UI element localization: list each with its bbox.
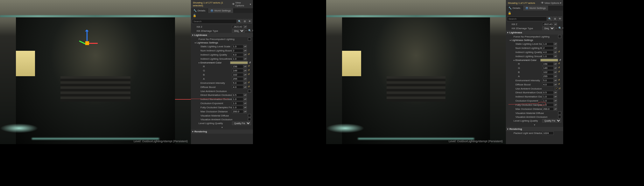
smooth-input[interactable] [232, 57, 243, 61]
killz-input[interactable] [232, 25, 243, 29]
viewport-left[interactable]: Level: OutdoorLightingAttempt (Persisten… [0, 0, 191, 144]
max-occ-input[interactable] [232, 110, 243, 113]
a-input[interactable] [542, 75, 554, 78]
search-icon[interactable]: 🔍 [548, 17, 552, 21]
search-input[interactable] [507, 17, 547, 21]
browse-icon[interactable]: ← [555, 27, 558, 30]
killz-label: Kill Z [193, 25, 232, 28]
annotation-line [175, 99, 191, 100]
reset-icon[interactable]: ↺ [249, 61, 251, 64]
env-color-header[interactable]: Environment Color↺ [506, 58, 563, 62]
wrench-icon: 🔧 [508, 7, 512, 10]
color-swatch[interactable] [540, 59, 558, 62]
rendering-section[interactable]: Rendering [191, 130, 253, 134]
dir-ao-input[interactable] [232, 93, 243, 97]
viz-mat-checkbox[interactable] [248, 114, 251, 117]
force-no-checkbox[interactable] [248, 37, 251, 41]
g-input[interactable] [542, 66, 554, 70]
lightmass-section[interactable]: Lightmass [191, 33, 253, 37]
viewport-right[interactable]: Level: OutdoorLightingAttempt (Persisten… [326, 0, 506, 144]
env-int-input[interactable] [232, 81, 243, 85]
quality-input[interactable] [232, 53, 243, 56]
quality-label: Indirect Lighting Quality [193, 53, 232, 56]
viz-mat-checkbox[interactable] [558, 111, 561, 115]
window-light [16, 51, 35, 76]
reset-icon[interactable]: ↺ [247, 53, 250, 56]
lightmass-settings-header[interactable]: Lightmass Settings [506, 38, 563, 42]
filter-button[interactable]: ⊞ [553, 17, 557, 21]
killz-type-select[interactable]: Dmg [542, 27, 555, 30]
diffuse-input[interactable] [232, 85, 243, 89]
gizmo-center[interactable] [85, 41, 89, 45]
ceiling [326, 0, 506, 17]
rendering-section[interactable]: Rendering [506, 127, 563, 131]
ceiling [0, 0, 191, 17]
r-input[interactable] [542, 62, 554, 66]
globe-icon [526, 7, 528, 10]
tab-world-settings[interactable]: World Settings [208, 8, 234, 13]
viz-ao-checkbox[interactable] [248, 118, 251, 121]
env-int-input[interactable] [542, 79, 554, 82]
quality-input[interactable] [542, 50, 554, 54]
a-input[interactable] [232, 77, 243, 81]
lock-icon[interactable]: 🔓 [508, 11, 511, 15]
level-q-select[interactable]: Quality Preview [542, 119, 561, 123]
static-scale-input[interactable] [232, 45, 243, 48]
eye-button[interactable]: 👁 [558, 17, 562, 21]
level-q-select[interactable]: Quality Preview [232, 122, 251, 125]
find-icon[interactable]: 🔍 [558, 27, 562, 30]
force-no-label: Force No Precomputed Lighting [193, 38, 248, 41]
bounces-input[interactable] [542, 46, 554, 50]
tab-details[interactable]: 🔧Details [506, 6, 523, 10]
gizmo-z-axis[interactable] [87, 30, 88, 43]
expand-arrow[interactable]: ▾ [191, 125, 253, 130]
search-input[interactable] [192, 19, 237, 24]
filter-button[interactable]: ⊞ [242, 19, 247, 23]
use-ao-checkbox[interactable] [248, 90, 251, 93]
color-swatch[interactable] [230, 61, 248, 64]
clear-icon[interactable]: ✕ [562, 27, 563, 30]
dir-ao-input[interactable] [542, 91, 554, 94]
lightmass-settings-header[interactable]: Lightmass Settings [191, 41, 253, 44]
killz-type-select[interactable]: Dmg [232, 29, 245, 33]
b-input[interactable] [542, 70, 554, 74]
diffuse-input[interactable] [542, 83, 554, 86]
viz-ao-checkbox[interactable] [558, 115, 561, 118]
spinner[interactable]: ▴▾ [244, 25, 247, 29]
tab-world-settings[interactable]: World Settings [523, 6, 549, 10]
view-options-button[interactable]: 👁View Options▾ [541, 1, 561, 4]
view-options-button[interactable]: 👁View Options▾ [232, 1, 251, 7]
floor-glow2 [326, 123, 364, 133]
smooth-input[interactable] [542, 55, 554, 58]
occ-exp-input[interactable] [232, 102, 243, 105]
static-scale-input[interactable] [542, 42, 554, 46]
use-ao-checkbox[interactable]: ✓ [555, 87, 558, 90]
search-icon[interactable]: 🔍 [237, 19, 242, 23]
b-input[interactable] [232, 73, 243, 76]
fully-occ-input[interactable] [232, 106, 243, 109]
smooth-label: Indirect Lighting Smoothness [193, 57, 232, 60]
tab-details[interactable]: 🔧Details [191, 8, 208, 13]
ind-ao-input[interactable] [232, 97, 243, 101]
g-input[interactable] [232, 69, 243, 72]
max-occ-input[interactable] [542, 107, 554, 111]
killz-input[interactable] [542, 23, 554, 26]
transform-gizmo[interactable] [83, 30, 88, 43]
browse-icon[interactable]: ← [245, 29, 248, 33]
killz-type-label: Kill ZDamage Type [193, 30, 232, 32]
find-icon[interactable]: 🔍 [248, 29, 251, 33]
packed-input[interactable] [542, 131, 554, 135]
stairs [387, 76, 445, 102]
clear-icon[interactable]: ✕ [252, 29, 253, 33]
lock-icon[interactable]: 🔓 [193, 14, 196, 17]
ind-ao-input[interactable] [542, 95, 554, 98]
expand-arrow[interactable]: ▾ [506, 123, 563, 127]
force-no-checkbox[interactable] [558, 35, 561, 38]
lightmass-section[interactable]: Lightmass [506, 30, 563, 35]
env-color-header[interactable]: Environment Color↺ [191, 61, 253, 64]
bounces-input[interactable] [232, 49, 243, 52]
floor-glow [32, 138, 159, 139]
annotation-oval [538, 102, 546, 105]
eye-button[interactable]: 👁 [248, 19, 252, 23]
r-input[interactable] [232, 65, 243, 68]
